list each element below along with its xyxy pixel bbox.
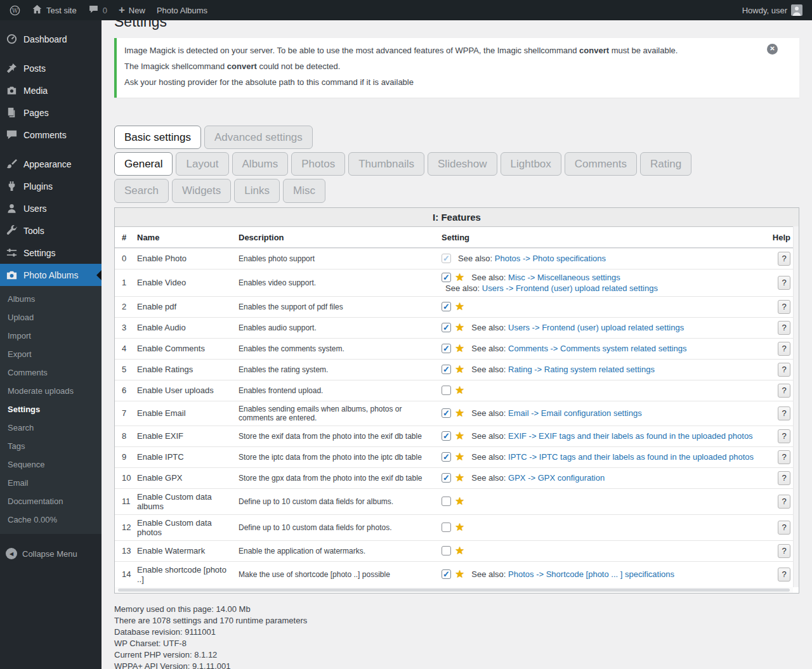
setting-description: Enable the application of watermarks.: [239, 547, 442, 555]
tab-widgets[interactable]: Widgets: [172, 179, 231, 202]
new-content-button[interactable]: + New: [113, 0, 151, 20]
tab-layout[interactable]: Layout: [176, 152, 228, 176]
help-cell: ?: [778, 568, 790, 581]
sidebar-item-settings[interactable]: Settings: [0, 242, 102, 264]
submenu-item-moderate-uploads[interactable]: Moderate uploads: [0, 382, 102, 400]
howdy-account-menu[interactable]: Howdy, user: [737, 0, 808, 20]
help-button[interactable]: ?: [778, 384, 790, 398]
submenu-item-sequence[interactable]: Sequence: [0, 455, 102, 474]
submenu-item-documentation[interactable]: Documentation: [0, 492, 102, 510]
setting-checkbox[interactable]: ✓: [442, 273, 451, 282]
help-button[interactable]: ?: [778, 321, 790, 335]
sidebar-item-media[interactable]: Media: [0, 79, 102, 101]
admin-bar-photo-albums[interactable]: Photo Albums: [151, 0, 213, 20]
tab-lightbox[interactable]: Lightbox: [501, 152, 561, 176]
see-also-link[interactable]: Comments -> Comments system related sett…: [506, 344, 686, 353]
submenu-item-import[interactable]: Import: [0, 327, 102, 345]
sidebar-item-appearance[interactable]: Appearance: [0, 153, 102, 175]
setting-checkbox[interactable]: ✓: [442, 408, 451, 418]
tab-links[interactable]: Links: [234, 179, 280, 202]
see-also-link[interactable]: Rating -> Rating system related settings: [506, 365, 654, 374]
setting-checkbox[interactable]: ✓: [442, 302, 451, 311]
submenu-item-search[interactable]: Search: [0, 419, 102, 437]
setting-checkbox[interactable]: ✓: [442, 497, 451, 506]
setting-checkbox[interactable]: ✓: [442, 344, 451, 353]
level-tab-advanced-settings[interactable]: Advanced settings: [204, 126, 313, 149]
tab-search[interactable]: Search: [114, 179, 169, 202]
table-horizontal-scrollbar[interactable]: [115, 587, 793, 593]
setting-name: Enable Video: [137, 278, 239, 287]
pages-icon: [6, 107, 18, 119]
see-also-link[interactable]: EXIF -> EXIF tags and their labels as fo…: [506, 431, 752, 441]
submenu-item-export[interactable]: Export: [0, 345, 102, 363]
help-button[interactable]: ?: [778, 429, 790, 443]
tab-misc[interactable]: Misc: [283, 179, 325, 202]
setting-checkbox[interactable]: ✓: [442, 569, 451, 579]
sidebar-item-label: Settings: [23, 248, 56, 258]
sidebar-item-users[interactable]: Users: [0, 197, 102, 219]
table-row: 3Enable AudioEnables audio support.✓★See…: [115, 317, 793, 338]
sidebar-item-comments[interactable]: Comments: [0, 124, 102, 146]
help-button[interactable]: ?: [778, 276, 790, 290]
see-also-link[interactable]: GPX -> GPX configuration: [506, 473, 605, 483]
setting-checkbox[interactable]: ✓: [442, 452, 451, 462]
submenu-item-cache-0-00-[interactable]: Cache 0.00%: [0, 510, 102, 529]
level-tab-basic-settings[interactable]: Basic settings: [114, 126, 201, 149]
sidebar-item-plugins[interactable]: Plugins: [0, 175, 102, 197]
help-button[interactable]: ?: [778, 544, 790, 558]
submenu-item-upload[interactable]: Upload: [0, 308, 102, 327]
see-also-link[interactable]: IPTC -> IPTC tags and their labels as fo…: [506, 452, 754, 462]
help-button[interactable]: ?: [778, 252, 790, 266]
sidebar-item-photo-albums[interactable]: Photo Albums: [0, 264, 102, 286]
tab-rating[interactable]: Rating: [640, 152, 691, 176]
help-button[interactable]: ?: [778, 450, 790, 464]
help-button[interactable]: ?: [778, 300, 790, 314]
setting-checkbox[interactable]: ✓: [442, 365, 451, 374]
tab-general[interactable]: General: [114, 152, 173, 176]
help-button[interactable]: ?: [778, 471, 790, 485]
see-also-link[interactable]: Users -> Frontend (user) upload related …: [480, 283, 658, 293]
see-also-link[interactable]: Users -> Frontend (user) upload related …: [506, 323, 684, 332]
collapse-menu-button[interactable]: ◀ Collapse Menu: [0, 543, 102, 564]
setting-checkbox[interactable]: ✓: [442, 323, 451, 332]
table-row: 2Enable pdfEnables the support of pdf fi…: [115, 296, 793, 317]
setting-checkbox[interactable]: ✓: [442, 523, 451, 532]
site-name-link[interactable]: Test site: [26, 0, 82, 20]
see-also-link[interactable]: Email -> Email configuration settings: [506, 408, 641, 418]
comments-admin-bar[interactable]: 0: [82, 0, 113, 20]
see-also-link[interactable]: Photos -> Photo specifications: [492, 254, 606, 263]
tab-slideshow[interactable]: Slideshow: [428, 152, 497, 176]
setting-checkbox[interactable]: ✓: [442, 431, 451, 441]
see-also-link[interactable]: Photos -> Shortcode [photo ... ] specifi…: [506, 569, 674, 579]
tab-albums[interactable]: Albums: [232, 152, 289, 176]
submenu-item-albums[interactable]: Albums: [0, 290, 102, 308]
setting-checkbox[interactable]: ✓: [442, 386, 451, 395]
dismiss-notice-icon[interactable]: ✕: [767, 44, 778, 55]
sidebar-item-pages[interactable]: Pages: [0, 101, 102, 124]
help-button[interactable]: ?: [778, 568, 790, 581]
tab-photos[interactable]: Photos: [291, 152, 345, 176]
sidebar-item-posts[interactable]: Posts: [0, 57, 102, 79]
wordpress-logo-icon[interactable]: W: [4, 0, 26, 20]
setting-checkbox[interactable]: ✓: [442, 254, 451, 263]
star-icon: ★: [455, 302, 464, 311]
help-button[interactable]: ?: [778, 363, 790, 377]
see-also-link[interactable]: Misc -> Miscellaneous settings: [506, 273, 620, 282]
setting-checkbox[interactable]: ✓: [442, 546, 451, 555]
submenu-item-tags[interactable]: Tags: [0, 437, 102, 455]
table-vertical-scrollbar[interactable]: [793, 226, 799, 587]
setting-checkbox[interactable]: ✓: [442, 473, 451, 483]
submenu-item-email[interactable]: Email: [0, 474, 102, 492]
help-button[interactable]: ?: [778, 521, 790, 535]
help-button[interactable]: ?: [778, 406, 790, 420]
see-also-label: See also:: [471, 273, 506, 282]
submenu-item-comments[interactable]: Comments: [0, 363, 102, 382]
help-button[interactable]: ?: [778, 342, 790, 356]
submenu-item-settings[interactable]: Settings: [0, 400, 102, 419]
tab-thumbnails[interactable]: Thumbnails: [348, 152, 424, 176]
sidebar-item-tools[interactable]: Tools: [0, 219, 102, 242]
sidebar-item-dashboard[interactable]: Dashboard: [0, 28, 102, 50]
help-button[interactable]: ?: [778, 495, 790, 509]
tab-comments[interactable]: Comments: [565, 152, 637, 176]
column-header-help: Help: [773, 233, 790, 242]
